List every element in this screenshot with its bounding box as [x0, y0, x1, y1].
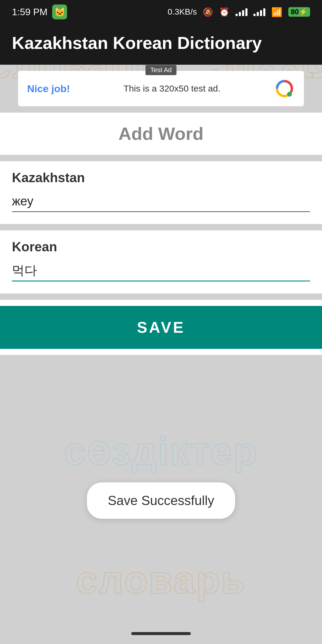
mute-icon: 🔕 — [203, 7, 213, 17]
toast-message: Save Successfully — [108, 493, 214, 508]
ad-description: This is a 320x50 test ad. — [123, 83, 220, 94]
svg-point-1 — [287, 92, 292, 97]
alarm-icon: ⏰ — [219, 7, 230, 17]
save-button-container: SAVE — [0, 300, 322, 355]
status-bar: 1:59 PM 🐱 0.3KB/s 🔕 ⏰ 📶 80 — [0, 0, 322, 24]
app-header: Kazakhstan Korean Dictionary — [0, 24, 322, 65]
watermark-4: сөздіктер — [64, 428, 258, 474]
save-button[interactable]: SAVE — [0, 306, 322, 349]
add-word-section: Add Word — [0, 112, 322, 155]
kazakhstan-input-section: Kazakhstan — [0, 161, 322, 224]
ad-logo — [274, 78, 295, 99]
app-icon: 🐱 — [52, 4, 67, 19]
signal-bars-2 — [253, 8, 265, 16]
toast-notification: Save Successfully — [87, 482, 235, 519]
ad-banner[interactable]: Test Ad Nice job! This is a 320x50 test … — [18, 71, 304, 106]
signal-bars-1 — [236, 8, 247, 16]
ad-nice-job: Nice job! — [27, 83, 70, 95]
time-display: 1:59 PM — [12, 7, 47, 18]
kazakhstan-label: Kazakhstan — [12, 170, 310, 185]
battery-indicator: 80 ⚡ — [288, 7, 310, 17]
app-title: Kazakhstan Korean Dictionary — [12, 33, 310, 53]
korean-label: Korean — [12, 239, 310, 254]
korean-input-section: Korean — [0, 230, 322, 294]
content-overlay: 1:59 PM 🐱 0.3KB/s 🔕 ⏰ 📶 80 — [0, 0, 322, 355]
status-bar-right: 0.3KB/s 🔕 ⏰ 📶 80 ⚡ — [168, 7, 310, 17]
add-word-title: Add Word — [118, 123, 204, 144]
kazakhstan-input[interactable] — [12, 191, 310, 212]
korean-input[interactable] — [12, 260, 310, 281]
ad-label: Test Ad — [145, 65, 177, 75]
watermark-5: словарь — [76, 558, 246, 602]
data-speed: 0.3KB/s — [168, 7, 197, 17]
status-bar-left: 1:59 PM 🐱 — [12, 4, 67, 19]
home-indicator — [131, 632, 191, 635]
wifi-icon: 📶 — [271, 7, 282, 17]
